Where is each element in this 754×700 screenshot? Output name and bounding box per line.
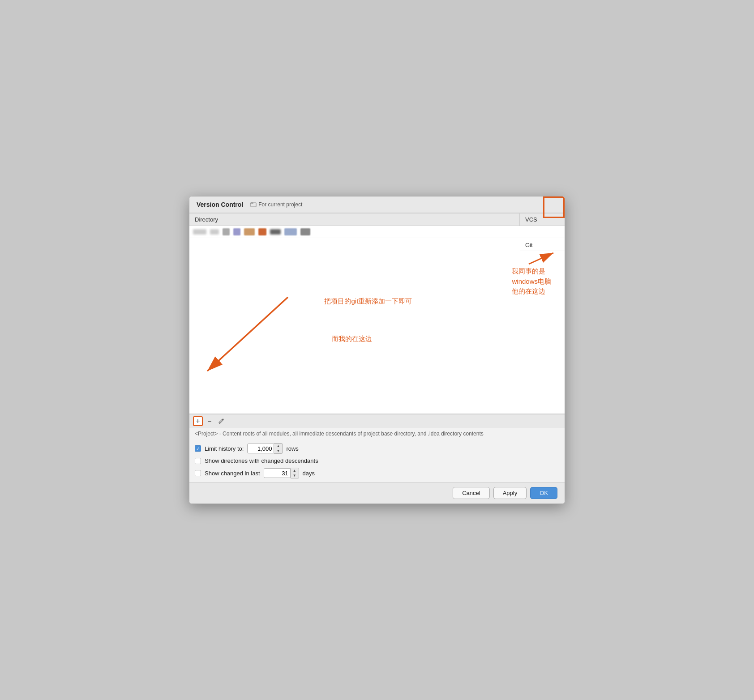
limit-history-row: Limit history to: ▲ ▼ rows	[195, 443, 559, 454]
show-changed-label-after: days	[303, 470, 315, 477]
info-text: <Project> - Content roots of all modules…	[195, 431, 484, 437]
show-directories-label: Show directories with changed descendant…	[205, 457, 318, 464]
remove-button[interactable]: −	[205, 416, 214, 426]
toolbar: + −	[189, 414, 565, 428]
project-icon	[250, 201, 257, 208]
limit-history-input-wrap: ▲ ▼	[247, 443, 283, 454]
show-changed-input[interactable]	[264, 468, 291, 478]
dialog-title: Version Control	[197, 201, 243, 208]
annotation-bottom: 而我的在这边	[332, 335, 372, 343]
table-row-blurred	[189, 226, 565, 238]
blur-icon-2	[233, 228, 240, 235]
blur-icon-6	[300, 228, 310, 235]
dialog-footer: Cancel Apply OK	[189, 482, 565, 504]
table-body: Git 把项目的git重新添加一下即可 我同事的是windows电脑他的在这边 …	[189, 226, 565, 414]
blur-icon-3	[244, 228, 255, 235]
show-changed-input-wrap: ▲ ▼	[264, 468, 299, 478]
show-changed-spinner: ▲ ▼	[291, 468, 299, 478]
version-control-dialog: Version Control For current project Dire…	[189, 196, 565, 504]
ok-button[interactable]: OK	[530, 487, 557, 499]
table-header: Directory VCS	[189, 213, 565, 226]
limit-history-rows-label: rows	[286, 445, 298, 452]
show-changed-row: Show changed in last ▲ ▼ days	[195, 468, 559, 478]
subtitle-text: For current project	[258, 201, 302, 208]
limit-history-down[interactable]: ▼	[274, 448, 282, 453]
svg-rect-0	[251, 203, 256, 207]
edit-icon	[218, 418, 224, 424]
show-changed-label-before: Show changed in last	[205, 470, 260, 477]
column-header-directory: Directory	[189, 213, 520, 226]
svg-line-5	[207, 297, 288, 371]
blur-block-3	[270, 229, 281, 235]
blur-icon-4	[258, 228, 266, 235]
blur-icon-5	[284, 228, 297, 235]
show-changed-down[interactable]: ▼	[291, 473, 299, 478]
annotation-center: 把项目的git重新添加一下即可	[324, 297, 412, 306]
apply-button[interactable]: Apply	[493, 487, 527, 499]
column-header-vcs: VCS	[520, 213, 565, 226]
blur-block-2	[210, 229, 219, 235]
blur-block-1	[193, 229, 206, 235]
options-section: Limit history to: ▲ ▼ rows Show director…	[189, 440, 565, 482]
svg-rect-1	[251, 203, 253, 204]
vcs-git-value: Git	[520, 239, 565, 251]
show-directories-row: Show directories with changed descendant…	[195, 457, 559, 464]
show-changed-up[interactable]: ▲	[291, 468, 299, 473]
limit-history-checkbox[interactable]	[195, 445, 201, 452]
limit-history-input[interactable]	[247, 444, 274, 453]
cancel-button[interactable]: Cancel	[453, 487, 489, 499]
annotation-top-right: 我同事的是windows电脑他的在这边	[512, 266, 551, 297]
dialog-header: Version Control For current project	[189, 196, 565, 213]
blur-icon-1	[223, 228, 230, 235]
dialog-subtitle: For current project	[250, 201, 302, 208]
limit-history-label: Limit history to:	[205, 445, 244, 452]
edit-button[interactable]	[216, 416, 226, 426]
show-directories-checkbox[interactable]	[195, 458, 201, 464]
svg-line-3	[529, 253, 553, 264]
info-bar: <Project> - Content roots of all modules…	[189, 428, 565, 440]
show-changed-checkbox[interactable]	[195, 470, 201, 476]
limit-history-up[interactable]: ▲	[274, 444, 282, 448]
limit-history-spinner: ▲ ▼	[274, 443, 283, 454]
add-button[interactable]: +	[193, 416, 203, 426]
